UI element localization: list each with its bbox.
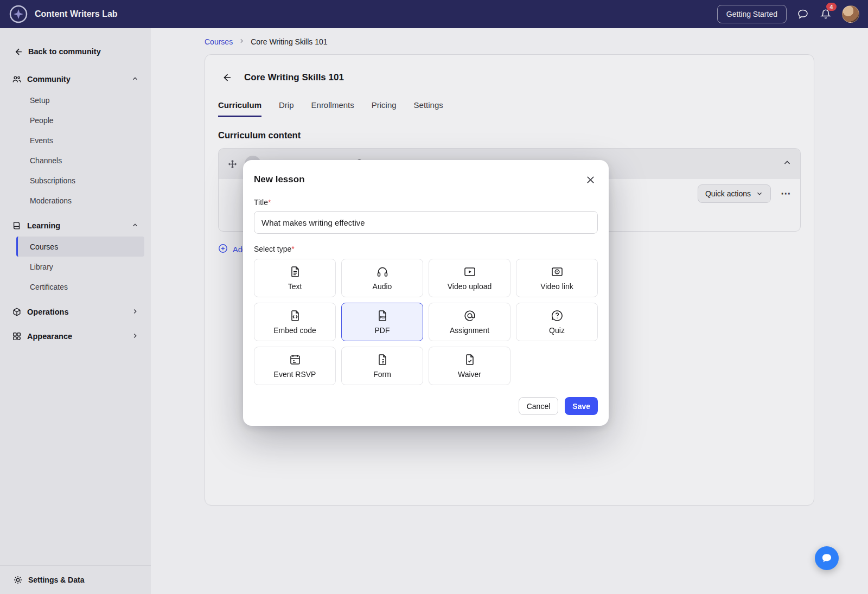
lesson-type-label: Quiz [549,326,565,335]
lesson-type-label: PDF [375,326,390,335]
lesson-title-input[interactable] [254,211,598,234]
waiver-file-icon [463,353,476,366]
lesson-type-label: Assignment [450,326,489,335]
title-field-label: Title* [254,198,598,207]
chat-launcher-button[interactable] [815,546,839,570]
lesson-type-label: Audio [373,282,392,291]
lesson-type-form[interactable]: Form [341,347,423,385]
lesson-type-event-rsvp[interactable]: Event RSVP [254,347,336,385]
video-upload-icon [463,265,476,278]
save-button[interactable]: Save [565,397,598,415]
lesson-type-label: Video link [540,282,573,291]
lesson-type-label: Embed code [273,326,316,335]
lesson-type-embed-code[interactable]: Embed code [254,303,336,341]
lesson-type-pdf[interactable]: PDF PDF [341,303,423,341]
at-sign-icon [463,309,476,322]
new-lesson-modal: New lesson Title* Select type* Text Audi… [243,160,609,426]
modal-title: New lesson [254,174,305,185]
calendar-icon [289,353,302,366]
lesson-type-label: Event RSVP [274,370,316,379]
lesson-type-quiz[interactable]: Quiz [516,303,598,341]
pdf-file-icon: PDF [376,309,389,322]
select-type-label: Select type* [254,245,598,253]
text-file-icon [289,265,302,278]
embed-code-icon [289,309,302,322]
cancel-button[interactable]: Cancel [519,397,559,415]
video-link-icon [551,265,564,278]
headphones-icon [376,265,389,278]
question-circle-icon [551,309,564,322]
lesson-type-grid: Text Audio Video upload Video link Embed… [254,259,598,385]
lesson-type-label: Waiver [458,370,481,379]
lesson-type-audio[interactable]: Audio [341,259,423,297]
chat-bubble-icon [821,552,833,564]
lesson-type-video-link[interactable]: Video link [516,259,598,297]
lesson-type-label: Text [288,282,302,291]
lesson-type-waiver[interactable]: Waiver [429,347,510,385]
svg-text:PDF: PDF [380,316,386,319]
lesson-type-assignment[interactable]: Assignment [429,303,510,341]
close-icon[interactable] [583,172,598,187]
form-file-icon [376,353,389,366]
lesson-type-text[interactable]: Text [254,259,336,297]
lesson-type-label: Form [373,370,391,379]
lesson-type-label: Video upload [448,282,492,291]
lesson-type-video-upload[interactable]: Video upload [429,259,510,297]
